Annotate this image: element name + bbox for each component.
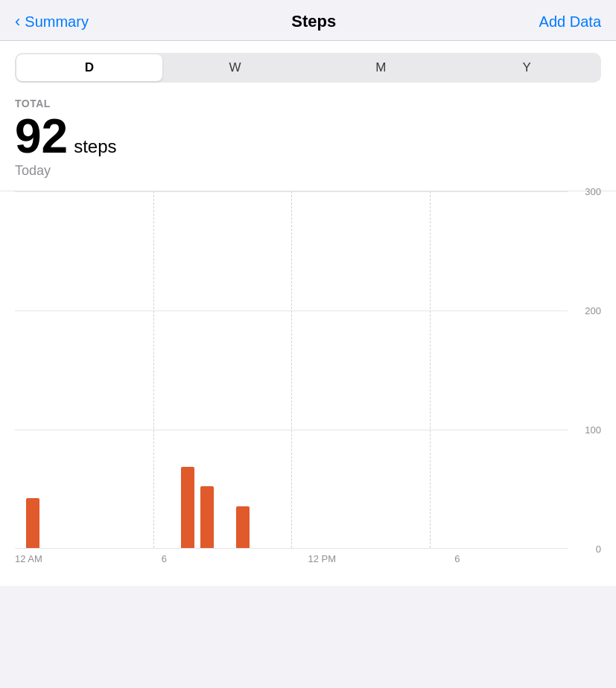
y-label-300: 300 xyxy=(585,186,601,197)
chart-wrapper: 3002001000 xyxy=(15,191,601,549)
v-grid-line-3 xyxy=(430,191,431,548)
add-data-button[interactable]: Add Data xyxy=(539,13,601,31)
chart-area xyxy=(15,191,568,549)
bar-0 xyxy=(26,498,40,548)
bar-3 xyxy=(236,506,250,548)
chevron-left-icon: ‹ xyxy=(15,12,20,31)
x-label-3: 6 xyxy=(454,553,460,564)
y-label-200: 200 xyxy=(585,305,601,316)
stats-value-row: 92 steps xyxy=(15,112,601,160)
step-count: 92 xyxy=(15,112,68,160)
v-grid-line-1 xyxy=(153,191,154,548)
segment-year[interactable]: Y xyxy=(454,54,600,81)
v-grid-line-2 xyxy=(291,191,292,548)
chart-container: 3002001000 12 AM612 PM6 xyxy=(0,191,616,586)
stats-section: TOTAL 92 steps Today xyxy=(0,83,616,191)
navigation-bar: ‹ Summary Steps Add Data xyxy=(0,0,616,41)
time-range-selector: D W M Y xyxy=(15,53,601,83)
page-title: Steps xyxy=(291,12,336,31)
step-unit: steps xyxy=(74,136,116,157)
y-axis: 3002001000 xyxy=(568,191,601,549)
x-label-0: 12 AM xyxy=(15,553,42,564)
bar-2 xyxy=(200,486,215,548)
segment-day[interactable]: D xyxy=(16,54,162,81)
segment-week[interactable]: W xyxy=(162,54,308,81)
x-label-1: 6 xyxy=(162,553,167,564)
stats-date: Today xyxy=(15,163,601,191)
segment-month[interactable]: M xyxy=(308,54,454,81)
total-label: TOTAL xyxy=(15,98,601,109)
y-label-100: 100 xyxy=(585,424,601,436)
back-button[interactable]: ‹ Summary xyxy=(15,12,89,31)
x-label-2: 12 PM xyxy=(308,553,337,564)
x-axis: 12 AM612 PM6 xyxy=(15,553,601,571)
back-label: Summary xyxy=(25,13,89,31)
bar-1 xyxy=(181,467,195,548)
segmented-control-container: D W M Y xyxy=(0,41,616,83)
